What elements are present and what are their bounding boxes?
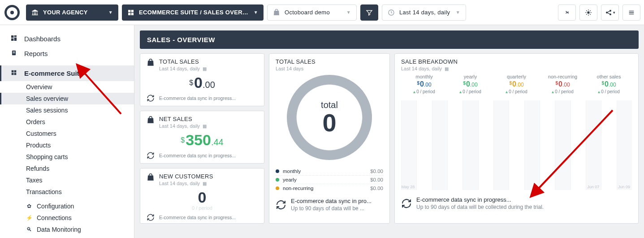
card-total-sales-donut: TOTAL SALES Last 14 days total 0 monthly… (269, 53, 390, 224)
app-logo (4, 5, 20, 20)
donut-legend: monthly$0.00 yearly$0.00 non-recurring$0… (276, 167, 383, 192)
svg-rect-16 (12, 70, 14, 73)
calendar-icon: ▦ (203, 66, 207, 71)
legend-dot (276, 178, 279, 182)
client-label: Octoboard demo (285, 9, 330, 16)
sidebar: Dashboards Reports E-commerce Suite Over… (0, 25, 134, 238)
svg-point-7 (609, 10, 611, 11)
nav-section-ecommerce[interactable]: E-commerce Suite (0, 65, 134, 81)
sidebar-item-products[interactable]: Products (0, 139, 134, 151)
date-range-label: Last 14 days, daily (399, 9, 450, 16)
calendar-icon: ▦ (445, 66, 449, 71)
grid-icon (127, 9, 134, 16)
nav-dashboards[interactable]: Dashboards (0, 31, 134, 46)
menu-button[interactable] (622, 4, 640, 21)
agency-selector[interactable]: YOUR AGENCY ▼ (26, 4, 118, 21)
share-button[interactable]: ▾ (601, 4, 619, 21)
net-sales-value: $350.44 (147, 131, 258, 149)
refresh-icon (401, 198, 412, 209)
legend-dot (276, 169, 279, 173)
plug-icon: ⚡ (26, 215, 32, 221)
sidebar-item-shopping-carts[interactable]: Shopping carts (0, 151, 134, 163)
sync-status: E-commerce data sync in progress... Up t… (401, 194, 632, 210)
breakdown-chart: May 28Jun 07Jun 09 (401, 100, 632, 190)
nav-reports-label: Reports (24, 50, 48, 57)
legend-dot (276, 186, 279, 190)
search-icon: 🔍︎ (26, 226, 32, 233)
svg-rect-11 (14, 38, 17, 41)
theme-button[interactable] (579, 4, 597, 21)
gear-icon: ✿ (26, 203, 32, 209)
page-title: SALES - OVERVIEW (140, 30, 639, 49)
reports-icon (10, 49, 18, 58)
calendar-icon: ▦ (203, 124, 207, 129)
card-title: TOTAL SALES (276, 58, 383, 65)
caret-down-icon: ▼ (346, 10, 351, 15)
new-customers-period: 0 / period (147, 205, 258, 211)
card-net-sales: NET SALES Last 14 days, daily▦ $350.44 E… (140, 111, 264, 164)
svg-rect-1 (131, 10, 134, 12)
main-content: SALES - OVERVIEW TOTAL SALES Last 14 day… (134, 25, 644, 238)
filter-button[interactable] (360, 4, 378, 21)
topbar: YOUR AGENCY ▼ ECOMMERCE SUITE / SALES OV… (0, 0, 644, 25)
caret-down-icon: ▼ (254, 10, 258, 15)
sidebar-item-overview[interactable]: Overview (0, 81, 134, 93)
svg-rect-9 (11, 35, 13, 38)
date-range-selector[interactable]: Last 14 days, daily ▼ (382, 4, 466, 21)
svg-rect-3 (131, 13, 134, 15)
sidebar-item-customers[interactable]: Customers (0, 128, 134, 139)
sidebar-item-transactions[interactable]: Transactions (0, 186, 134, 198)
card-title: TOTAL SALES (159, 58, 207, 65)
bag-icon (147, 173, 155, 182)
nav-reports[interactable]: Reports (0, 46, 134, 61)
svg-point-8 (609, 13, 611, 15)
suite-selector[interactable]: ECOMMERCE SUITE / SALES OVERVI... ▼ (122, 4, 264, 21)
caret-down-icon: ▼ (108, 10, 113, 15)
card-new-customers: NEW CUSTOMERS Last 14 days, daily▦ 0 0 /… (140, 168, 264, 224)
card-total-sales: TOTAL SALES Last 14 days, daily▦ $0.00 E… (140, 53, 264, 106)
sidebar-item-sales-overview[interactable]: Sales overview (0, 93, 134, 104)
sidebar-item-taxes[interactable]: Taxes (0, 174, 134, 186)
bank-icon (31, 9, 39, 16)
suite-label: ECOMMERCE SUITE / SALES OVERVI... (139, 9, 249, 16)
refresh-icon (147, 151, 155, 160)
sidebar-item-configuration[interactable]: ✿ Configuration (0, 200, 134, 212)
svg-point-6 (606, 12, 607, 13)
card-title: NEW CUSTOMERS (159, 173, 213, 180)
agency-label: YOUR AGENCY (43, 9, 88, 16)
breakdown-header: monthly$0.00▴0 / period yearly$0.00▴0 / … (401, 74, 632, 94)
sidebar-item-orders[interactable]: Orders (0, 116, 134, 128)
nav-section-label: E-commerce Suite (24, 69, 83, 77)
donut-center-value: 0 (322, 110, 336, 135)
svg-rect-0 (128, 10, 130, 12)
legend-row: non-recurring$0.00 (276, 184, 383, 192)
sync-status: E-commerce data sync in pro... Up to 90 … (276, 195, 383, 212)
bag-icon (147, 116, 155, 124)
total-sales-value: $0.00 (147, 74, 258, 91)
svg-rect-18 (12, 73, 14, 75)
refresh-icon (147, 94, 155, 102)
svg-rect-10 (14, 35, 17, 37)
svg-rect-14 (13, 52, 15, 52)
sidebar-item-refunds[interactable]: Refunds (0, 163, 134, 174)
sidebar-item-data-monitoring[interactable]: 🔍︎ Data Monitoring (0, 224, 134, 235)
bag-icon (147, 59, 155, 67)
dashboard-icon (10, 35, 18, 43)
refresh-icon (276, 199, 286, 210)
donut-chart: total 0 (287, 75, 372, 160)
sidebar-item-sales-sessions[interactable]: Sales sessions (0, 104, 134, 116)
sidebar-item-connections[interactable]: ⚡ Connections (0, 212, 134, 224)
client-selector[interactable]: Octoboard demo ▼ (267, 4, 357, 21)
sync-status: E-commerce data sync in progress... (147, 149, 258, 160)
grid-icon (10, 69, 18, 77)
card-title: NET SALES (159, 116, 207, 122)
new-customers-value: 0 (147, 189, 258, 206)
connections-button[interactable] (558, 4, 576, 21)
svg-point-5 (587, 11, 589, 13)
caret-down-icon: ▼ (456, 10, 460, 15)
nav-dashboards-label: Dashboards (24, 35, 61, 43)
legend-row: yearly$0.00 (276, 176, 383, 184)
sync-status: E-commerce data sync in progress... (147, 211, 258, 221)
card-sale-breakdown: SALE BREAKDOWN Last 14 days, daily▦ mont… (394, 53, 639, 224)
card-title: SALE BREAKDOWN (401, 58, 632, 65)
